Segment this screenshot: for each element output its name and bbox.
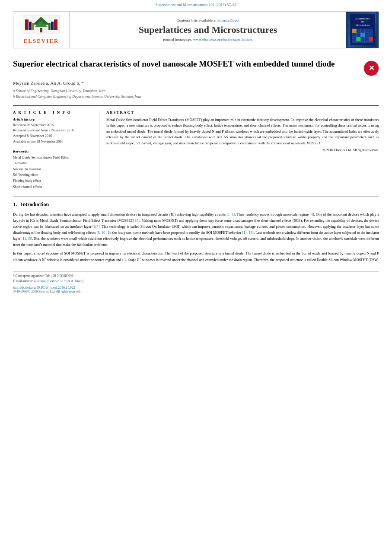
keywords-block: Keywords: Metal Oxide Semiconductor Fiel… — [13, 149, 95, 190]
sciencedirect-line: Contents lists available at ScienceDirec… — [177, 18, 239, 22]
intro-title: Introduction — [21, 201, 49, 207]
journal-title: Superlattices and Microstructures — [139, 24, 277, 35]
copyright-line: © 2016 Elsevier Ltd. All rights reserved… — [106, 148, 379, 153]
svg-text:CrossMark: CrossMark — [366, 73, 377, 76]
email-link[interactable]: aliaorouji@semnan.ac.ir — [34, 279, 66, 283]
article-info-label: A R T I C L E I N F O — [13, 110, 95, 115]
svg-text:✕: ✕ — [369, 64, 374, 72]
keyword-4: Floating body effect — [13, 178, 95, 184]
svg-rect-8 — [51, 22, 54, 30]
elsevier-tree-icon — [23, 15, 60, 38]
keyword-5: Short channel effects — [13, 184, 95, 190]
footnote-section: * Corresponding author. Tel: +98-2333383… — [13, 271, 379, 284]
svg-rect-6 — [32, 23, 34, 30]
elsevier-logo: ELSEVIER — [23, 15, 60, 45]
ref-6-7[interactable]: [6,7] — [92, 224, 99, 229]
svg-rect-7 — [54, 19, 57, 30]
article-history: Article history: Received 26 September 2… — [13, 117, 95, 145]
affiliations-block: a School of Engineering, Damghan Univers… — [13, 88, 379, 99]
introduction-section: 1. Introduction During the last decades,… — [13, 201, 379, 263]
journal-cover-section: Superlattices and Microstructures — [346, 12, 379, 48]
abstract-column: ABSTRACT Metal Oxide Semiconductor Field… — [106, 110, 379, 190]
ref-1-3[interactable]: [1–3] — [227, 212, 235, 217]
crossmark-icon: ✕ CrossMark — [363, 61, 379, 76]
svg-text:Microstructures: Microstructures — [355, 24, 370, 26]
ref-8-10[interactable]: [8–10] — [97, 230, 107, 235]
intro-number: 1. — [13, 201, 17, 207]
ref-14-15[interactable]: [14,15] — [21, 236, 32, 241]
ref-11-13[interactable]: [11–13] — [242, 230, 254, 235]
homepage-line: journal homepage: www.elsevier.com/locat… — [163, 37, 252, 41]
sciencedirect-link[interactable]: ScienceDirect — [217, 18, 239, 22]
elsevier-wordmark: ELSEVIER — [24, 38, 59, 45]
accepted-date: Accepted 8 November 2016 — [13, 134, 95, 139]
svg-rect-5 — [29, 22, 32, 30]
journal-citation: Superlattices and Microstructures 101 (2… — [0, 0, 392, 9]
svg-text:Superlattices: Superlattices — [355, 17, 370, 20]
journal-header: ELSEVIER Contents lists available at Sci… — [13, 11, 379, 48]
keyword-3: Self heating effect — [13, 172, 95, 178]
svg-rect-9 — [48, 23, 51, 30]
intro-paragraph-2: In this paper, a novel structure of SOI … — [13, 250, 379, 263]
received-date: Received 26 September 2016 — [13, 123, 95, 128]
ref-5[interactable]: [5] — [135, 218, 140, 223]
svg-rect-25 — [356, 37, 360, 41]
paper-content: Superior electrical characteristics of n… — [13, 51, 379, 293]
ref-4[interactable]: [4] — [310, 212, 314, 217]
issn-text: 0749-6036/© 2016 Elsevier Ltd. All right… — [13, 290, 379, 293]
keyword-2: Silicon On Insulator — [13, 166, 95, 172]
crossmark-badge: ✕ CrossMark — [363, 61, 379, 76]
authors-line: Meysam Zareiee a, Ali A. Orouji b, * — [13, 80, 379, 86]
abstract-text: Metal Oxide Semiconductor Field Effect T… — [106, 117, 379, 154]
email-footnote: E-mail address: aliaorouji@semnan.ac.ir … — [13, 279, 379, 284]
keywords-label: Keywords: — [13, 149, 95, 153]
svg-rect-4 — [25, 19, 29, 30]
doi-section: http://dx.doi.org/10.1016/j.spmi.2016.11… — [13, 286, 379, 293]
history-label: Article history: — [13, 117, 95, 121]
section-divider — [13, 197, 379, 197]
abstract-label: ABSTRACT — [106, 110, 379, 115]
cover-image-icon: Superlattices and Microstructures — [350, 14, 376, 45]
homepage-link[interactable]: www.elsevier.com/locate/superlattices — [193, 37, 253, 41]
svg-rect-24 — [369, 37, 373, 41]
svg-text:and: and — [361, 21, 364, 23]
keyword-1: Metal Oxide Semiconductor Field EffectTr… — [13, 155, 95, 166]
article-title-text: Superior electrical characteristics of n… — [13, 59, 363, 70]
intro-paragraph-1: During the last decades, scientists have… — [13, 211, 379, 248]
elsevier-logo-section: ELSEVIER — [13, 12, 70, 48]
article-title-block: Superior electrical characteristics of n… — [13, 59, 379, 76]
article-info-column: A R T I C L E I N F O Article history: R… — [13, 110, 99, 190]
journal-info-center: Contents lists available at ScienceDirec… — [70, 12, 346, 48]
doi-link[interactable]: http://dx.doi.org/10.1016/j.spmi.2016.11… — [13, 286, 379, 290]
revised-date: Received in revised form 7 November 2016 — [13, 128, 95, 134]
journal-cover-image: Superlattices and Microstructures — [348, 13, 376, 47]
svg-rect-22 — [352, 29, 357, 33]
corresponding-author: * Corresponding author. Tel: +98-2333383… — [13, 274, 379, 279]
svg-rect-1 — [40, 28, 42, 32]
available-date: Available online 28 November 2016 — [13, 139, 95, 145]
intro-heading: 1. Introduction — [13, 201, 379, 208]
affiliation-a: a School of Engineering, Damghan Univers… — [13, 88, 379, 94]
svg-rect-23 — [360, 33, 365, 37]
article-info-abstract: A R T I C L E I N F O Article history: R… — [13, 105, 379, 190]
affiliation-b: b Electrical and Computer Engineering De… — [13, 94, 379, 99]
